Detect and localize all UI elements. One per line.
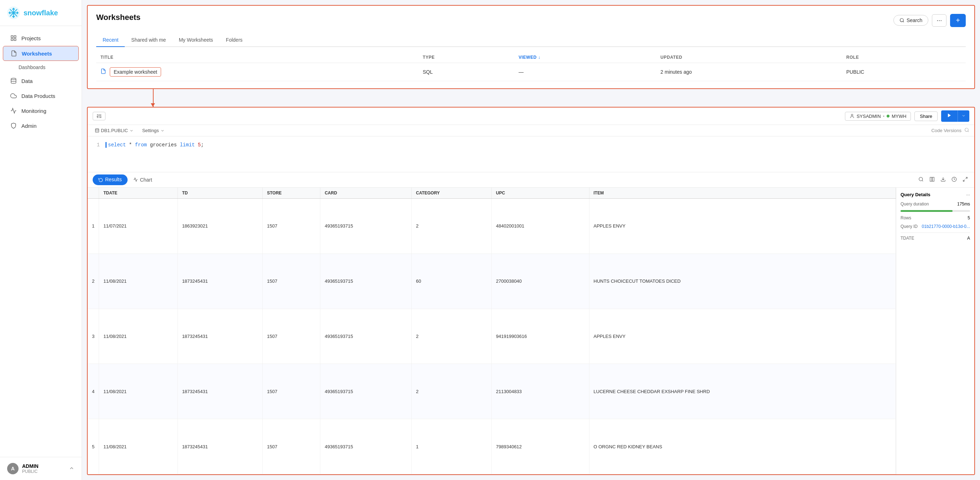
more-options-button[interactable]: ··· <box>932 14 947 27</box>
db-selector[interactable]: DB1.PUBLIC <box>93 127 136 134</box>
query-id-value[interactable]: 01b21770-0000-b13d-0... <box>922 224 970 229</box>
run-dropdown-button[interactable] <box>958 110 969 122</box>
worksheets-table: TITLE TYPE VIEWED ↓ UPDATED ROLE <box>96 52 966 81</box>
sidebar: snowflake Projects Worksheets Dashboards… <box>0 0 82 480</box>
results-table-row: 5 11/08/2021 1873245431 1507 49365193715… <box>88 419 896 474</box>
logo-area: snowflake <box>0 0 82 26</box>
search-results-button[interactable] <box>917 175 925 185</box>
sidebar-item-monitoring[interactable]: Monitoring <box>3 104 79 118</box>
new-worksheet-button[interactable]: + <box>950 14 966 27</box>
query-duration-label: Query duration <box>900 201 929 206</box>
svg-rect-37 <box>932 177 934 181</box>
results-table-row: 1 11/07/2021 1863923021 1507 49365193715… <box>88 199 896 254</box>
expand-button[interactable] <box>961 175 969 185</box>
worksheet-name-box[interactable]: Example worksheet <box>110 67 161 76</box>
row-viewed: — <box>514 63 656 81</box>
table-name: groceries <box>150 142 177 148</box>
results-table: TDATE TD STORE CARD CATEGORY UPC ITEM 1 <box>88 188 896 474</box>
cell-tdate: 11/07/2021 <box>99 199 178 254</box>
tdate-label: TDATE <box>900 236 914 241</box>
row-role: PUBLIC <box>842 63 966 81</box>
row-num-header <box>88 188 99 199</box>
svg-rect-13 <box>11 36 13 37</box>
svg-rect-36 <box>930 177 932 181</box>
document-icon <box>100 68 106 76</box>
editor-toolbar-left <box>93 112 105 120</box>
cell-category: 2 <box>412 199 492 254</box>
sidebar-item-admin[interactable]: Admin <box>3 119 79 133</box>
svg-line-41 <box>963 179 965 181</box>
sidebar-item-data[interactable]: Data <box>3 74 79 88</box>
role-badge: SYSADMIN • MYWH <box>845 112 911 121</box>
tab-shared[interactable]: Shared with me <box>125 33 172 47</box>
clock-button[interactable] <box>950 175 958 185</box>
cell-category: 60 <box>412 253 492 309</box>
tab-my-worksheets[interactable]: My Worksheets <box>172 33 220 47</box>
chevron-down-icon <box>961 114 966 118</box>
svg-point-29 <box>851 114 853 116</box>
results-area: Results Chart <box>88 172 974 474</box>
col-title: TITLE <box>96 52 418 63</box>
cell-item: APPLES ENVY <box>589 309 896 364</box>
chevron-up-icon[interactable] <box>69 466 75 472</box>
query-duration-row: Query duration 175ms <box>900 201 970 206</box>
logo-text: snowflake <box>24 9 58 17</box>
sidebar-item-monitoring-label: Monitoring <box>21 108 46 114</box>
tab-recent[interactable]: Recent <box>96 33 125 47</box>
database-icon <box>10 77 17 84</box>
svg-point-32 <box>965 128 968 131</box>
columns-icon <box>929 177 935 182</box>
download-button[interactable] <box>939 175 947 185</box>
search-results-icon <box>918 177 924 182</box>
activity-icon <box>10 107 17 114</box>
query-details-title: Query Details <box>900 192 931 197</box>
sidebar-item-data-products[interactable]: Data Products <box>3 89 79 103</box>
tdate-row: TDATE A <box>900 233 970 241</box>
tab-folders[interactable]: Folders <box>220 33 249 47</box>
share-button[interactable]: Share <box>915 111 938 121</box>
data-table-wrap: TDATE TD STORE CARD CATEGORY UPC ITEM 1 <box>88 188 974 474</box>
tab-results[interactable]: Results <box>93 174 127 185</box>
search-button[interactable]: Search <box>893 15 928 25</box>
search-label: Search <box>907 17 922 23</box>
role-text: SYSADMIN <box>857 114 881 119</box>
sidebar-item-projects[interactable]: Projects <box>3 31 79 45</box>
col-td: TD <box>177 188 262 199</box>
col-viewed[interactable]: VIEWED ↓ <box>514 52 656 63</box>
row-title[interactable]: Example worksheet <box>96 63 418 81</box>
query-duration-bar <box>900 210 970 212</box>
rows-label: Rows <box>900 215 911 220</box>
svg-marker-30 <box>948 114 951 117</box>
results-toolbar-icons <box>917 173 969 187</box>
code-versions-label[interactable]: Code Versions <box>931 128 961 133</box>
settings-selector[interactable]: Settings <box>140 127 167 134</box>
run-button[interactable] <box>941 110 958 122</box>
worksheets-tabs: Recent Shared with me My Worksheets Fold… <box>96 33 966 47</box>
sidebar-item-worksheets[interactable]: Worksheets <box>3 46 79 61</box>
settings-icon-button[interactable] <box>93 112 105 120</box>
tab-chart[interactable]: Chart <box>127 174 158 187</box>
col-tdate: TDATE <box>99 188 178 199</box>
tdate-sort: A <box>967 236 970 241</box>
row-num: 1 <box>88 199 99 254</box>
expand-icon <box>963 177 968 182</box>
columns-button[interactable] <box>928 175 936 185</box>
search-code-button[interactable] <box>964 127 969 134</box>
editor-context-bar: DB1.PUBLIC Settings Code Versions <box>88 125 974 136</box>
code-editor[interactable]: 1 select * from groceries limit 5; <box>88 136 974 172</box>
col-category: CATEGORY <box>412 188 492 199</box>
cell-item: O ORGNC RED KIDNEY BEANS <box>589 419 896 474</box>
query-id-label: Query ID <box>900 224 918 229</box>
svg-point-31 <box>95 128 99 130</box>
sidebar-item-dashboards[interactable]: Dashboards <box>3 62 79 73</box>
cell-card: 49365193715 <box>320 309 412 364</box>
download-icon <box>940 177 946 182</box>
query-details-more[interactable]: ··· <box>966 192 970 197</box>
cell-item: APPLES ENVY <box>589 199 896 254</box>
line-number: 1 <box>93 142 100 148</box>
col-card: CARD <box>320 188 412 199</box>
table-row[interactable]: Example worksheet SQL — 2 minutes ago PU… <box>96 63 966 81</box>
svg-rect-16 <box>14 39 16 41</box>
settings-text: Settings <box>142 128 159 133</box>
sidebar-item-projects-label: Projects <box>21 35 41 41</box>
